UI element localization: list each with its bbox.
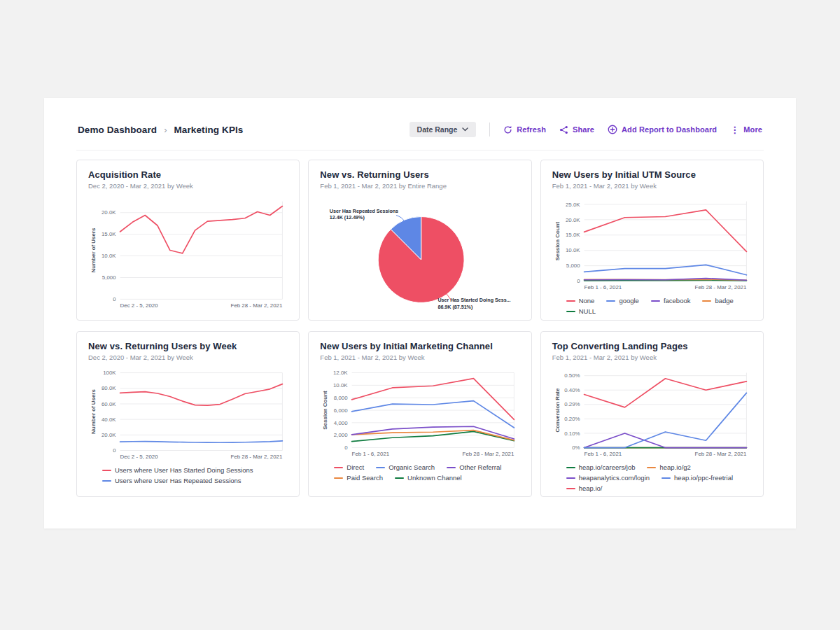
legend-item: heap.io/careers/job: [566, 463, 636, 471]
legend-swatch: [566, 477, 575, 479]
svg-text:5,000: 5,000: [102, 274, 116, 281]
legend-item: Users where User Has Started Doing Sessi…: [102, 466, 288, 474]
legend-label: Direct: [346, 463, 364, 471]
chevron-right-icon: ›: [164, 125, 167, 135]
legend-label: Paid Search: [346, 474, 383, 482]
legend-label: badge: [715, 297, 733, 304]
legend-label: NULL: [579, 307, 596, 315]
svg-text:User Has Started Doing Sess...: User Has Started Doing Sess...: [438, 298, 511, 303]
toolbar-divider: [489, 122, 490, 136]
legend-swatch: [662, 477, 671, 479]
report-card-new-users-by-marketing-channel[interactable]: New Users by Initial Marketing Channel F…: [308, 331, 531, 497]
refresh-icon: [503, 125, 512, 134]
svg-text:60.0K: 60.0K: [102, 401, 116, 407]
svg-text:12.0K: 12.0K: [333, 370, 348, 376]
report-title: New Users by Initial Marketing Channel: [320, 341, 519, 351]
dashboard-panel: Demo Dashboard › Marketing KPIs Date Ran…: [44, 98, 796, 528]
svg-text:Feb 28 - Mar 2, 2021: Feb 28 - Mar 2, 2021: [694, 284, 746, 290]
report-card-new-vs-returning-users[interactable]: New vs. Returning Users Feb 1, 2021 - Ma…: [308, 160, 531, 321]
svg-text:4,000: 4,000: [334, 420, 348, 426]
more-button[interactable]: ⋮ More: [730, 125, 762, 134]
legend-item: Other Referral: [447, 463, 501, 471]
line-chart-canvas: 02,0004,0006,0008,00010.0K12.0KFeb 1 - 6…: [320, 367, 519, 460]
report-card-top-converting-landing-pages[interactable]: Top Converting Landing Pages Feb 1, 2021…: [540, 331, 764, 497]
chart-legend: Users where User Has Started Doing Sessi…: [102, 466, 288, 484]
svg-text:0: 0: [577, 278, 580, 284]
breadcrumb-dashboard[interactable]: Demo Dashboard: [78, 125, 157, 135]
legend-swatch: [334, 467, 343, 468]
line-chart-canvas: 020.0K40.0K60.0K80.0K100KDec 2 - 5, 2020…: [88, 367, 288, 463]
report-title: New vs. Returning Users by Week: [88, 341, 288, 351]
legend-item: heap.io/ppc-freetrial: [662, 474, 733, 482]
legend-swatch: [395, 477, 404, 479]
refresh-label: Refresh: [517, 125, 546, 134]
legend-label: heap.io/: [579, 484, 603, 492]
date-range-label: Date Range: [417, 125, 458, 134]
svg-text:6,000: 6,000: [334, 407, 348, 414]
legend-item: facebook: [651, 297, 691, 304]
report-subtitle: Dec 2, 2020 - Mar 2, 2021 by Week: [88, 354, 288, 361]
svg-text:Session Count: Session Count: [554, 222, 561, 261]
legend-item: Organic Search: [376, 463, 435, 471]
legend-swatch: [566, 488, 575, 489]
report-title: New vs. Returning Users: [320, 169, 519, 180]
chevron-down-icon: [462, 127, 468, 132]
legend-label: heap.io/ppc-freetrial: [674, 474, 733, 482]
date-range-button[interactable]: Date Range: [410, 122, 477, 137]
svg-text:40.0K: 40.0K: [102, 416, 116, 423]
svg-text:10.0K: 10.0K: [566, 247, 580, 253]
svg-text:10.0K: 10.0K: [333, 382, 348, 388]
svg-text:0.50%: 0.50%: [564, 372, 580, 379]
legend-item: NULL: [566, 307, 596, 315]
svg-text:20.0K: 20.0K: [102, 209, 116, 216]
legend-swatch: [647, 467, 656, 468]
svg-text:Feb 28 - Mar 2, 2021: Feb 28 - Mar 2, 2021: [231, 302, 283, 309]
add-report-button[interactable]: Add Report to Dashboard: [608, 125, 717, 134]
legend-swatch: [102, 470, 111, 471]
line-chart-canvas: 05,00010.0K15.0K20.0K25.0KFeb 1 - 6, 202…: [552, 195, 752, 293]
chart-legend: DirectOrganic SearchOther ReferralPaid S…: [334, 463, 519, 482]
report-card-new-users-by-utm-source[interactable]: New Users by Initial UTM Source Feb 1, 2…: [540, 160, 764, 321]
report-subtitle: Dec 2, 2020 - Mar 2, 2021 by Week: [88, 182, 288, 190]
svg-text:Feb 1 - 6, 2021: Feb 1 - 6, 2021: [352, 451, 390, 457]
legend-item: heap.io/g2: [647, 463, 690, 471]
legend-swatch: [102, 480, 111, 482]
report-grid: Acquisition Rate Dec 2, 2020 - Mar 2, 20…: [76, 160, 764, 497]
legend-label: heap.io/careers/job: [579, 463, 636, 471]
legend-item: heap.io/: [566, 484, 603, 492]
legend-label: google: [619, 297, 639, 304]
svg-text:0.40%: 0.40%: [564, 387, 580, 393]
report-subtitle: Feb 1, 2021 - Mar 2, 2021 by Week: [552, 182, 752, 190]
legend-label: Other Referral: [459, 463, 501, 471]
svg-text:0: 0: [113, 447, 116, 454]
report-title: Acquisition Rate: [88, 169, 288, 180]
line-chart-canvas: 05,00010.0K15.0K20.0KDec 2 - 5, 2020Feb …: [88, 195, 288, 312]
svg-text:Session Count: Session Count: [322, 391, 328, 430]
svg-text:100K: 100K: [103, 370, 116, 376]
svg-text:5,000: 5,000: [566, 262, 580, 269]
refresh-button[interactable]: Refresh: [503, 125, 546, 134]
legend-label: Unknown Channel: [407, 474, 462, 482]
svg-text:0: 0: [345, 444, 349, 451]
svg-text:Dec 2 - 5, 2020: Dec 2 - 5, 2020: [120, 302, 159, 309]
legend-label: facebook: [664, 297, 691, 304]
legend-label: Users where User Has Repeated Sessions: [115, 477, 241, 484]
share-button[interactable]: Share: [559, 125, 594, 134]
report-subtitle: Feb 1, 2021 - Mar 2, 2021 by Week: [320, 354, 519, 361]
report-card-acquisition-rate[interactable]: Acquisition Rate Dec 2, 2020 - Mar 2, 20…: [76, 160, 300, 321]
breadcrumb: Demo Dashboard › Marketing KPIs: [78, 125, 243, 135]
svg-text:Feb 1 - 6, 2021: Feb 1 - 6, 2021: [584, 284, 622, 290]
report-card-new-vs-returning-by-week[interactable]: New vs. Returning Users by Week Dec 2, 2…: [76, 331, 300, 497]
svg-text:10.0K: 10.0K: [102, 253, 116, 259]
chart-legend: NonegooglefacebookbadgeNULL: [566, 297, 752, 315]
svg-text:Feb 28 - Mar 2, 2021: Feb 28 - Mar 2, 2021: [694, 451, 746, 457]
svg-text:Feb 28 - Mar 2, 2021: Feb 28 - Mar 2, 2021: [231, 454, 283, 460]
svg-text:Feb 28 - Mar 2, 2021: Feb 28 - Mar 2, 2021: [463, 451, 514, 457]
page-title: Marketing KPIs: [174, 125, 244, 135]
report-title: Top Converting Landing Pages: [552, 341, 752, 351]
line-chart-canvas: 0%0.10%0.20%0.29%0.40%0.50%Feb 1 - 6, 20…: [552, 367, 752, 460]
report-title: New Users by Initial UTM Source: [552, 169, 752, 180]
legend-item: None: [566, 297, 595, 304]
pie-chart-canvas: User Has Repeated Sessions12.4K (12.49%)…: [320, 195, 519, 316]
legend-swatch: [566, 300, 575, 302]
